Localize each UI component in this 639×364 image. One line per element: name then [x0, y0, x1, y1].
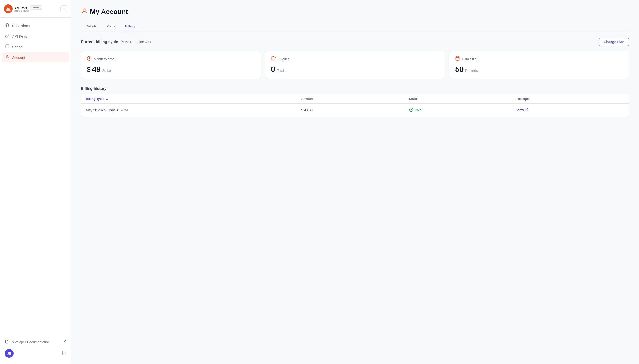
logo-text: vantage [15, 6, 27, 10]
col-header-status: Status [409, 97, 517, 100]
svg-point-8 [7, 56, 8, 57]
logo-area: vantage Starter DISCOVERY [4, 4, 43, 13]
billing-cycle-dates: (May 30. - June 30.) [120, 40, 151, 44]
sidebar-item-account[interactable]: Account [2, 52, 69, 62]
change-plan-button[interactable]: Change Plan [599, 38, 629, 46]
sidebar-item-api-keys-label: API Keys [12, 34, 27, 38]
month-to-date-prefix: $ [87, 66, 91, 74]
view-receipt-link[interactable]: View [517, 108, 624, 112]
chart-icon [5, 44, 10, 50]
data-size-icon [455, 56, 460, 62]
sidebar-item-usage[interactable]: Usage [2, 42, 69, 52]
billing-history-title: Billing history [81, 86, 629, 91]
starter-badge: Starter [30, 5, 43, 10]
sidebar-item-collections[interactable]: Collections [2, 20, 69, 30]
stat-card-month-to-date: Month to date $ 49 So far [81, 51, 261, 79]
developer-docs-link[interactable]: Developer Documentation [2, 337, 69, 347]
sidebar-nav: Collections API Keys Usage Account [0, 18, 71, 334]
doc-icon [5, 340, 9, 344]
sidebar: vantage Starter DISCOVERY ‹‹ Collections… [0, 0, 71, 364]
sidebar-footer: Developer Documentation JE [0, 334, 71, 364]
data-size-value: 50 [455, 65, 464, 74]
page-title: My Account [90, 8, 128, 16]
developer-docs-label: Developer Documentation [11, 340, 50, 344]
queries-suffix: Total [277, 69, 284, 72]
sidebar-item-api-keys[interactable]: API Keys [2, 31, 69, 41]
tab-billing[interactable]: Billing [120, 22, 139, 31]
sidebar-header: vantage Starter DISCOVERY ‹‹ [0, 0, 71, 18]
billing-cycle-row: Current billing cycle (May 30. - June 30… [81, 38, 629, 46]
row-status: Paid [409, 108, 517, 113]
logout-button[interactable] [62, 351, 66, 356]
tab-plans[interactable]: Plans [102, 22, 120, 31]
external-link-icon [525, 108, 528, 112]
sidebar-item-collections-label: Collections [12, 24, 30, 28]
billing-history-table: Billing cycle ▲ Amount Status Receipts M… [81, 94, 629, 117]
external-link-icon [63, 340, 66, 344]
svg-line-9 [64, 340, 66, 342]
avatar: JE [5, 349, 14, 358]
queries-value: 0 [271, 65, 275, 74]
key-icon [5, 34, 10, 39]
table-row: May 30 2024 - May 30 2024 $ 49.00 Paid V… [81, 104, 629, 117]
stat-card-data-size: Data Size 50 Records [449, 51, 629, 79]
collapse-sidebar-button[interactable]: ‹‹ [60, 5, 67, 12]
month-to-date-label: Month to date [94, 57, 114, 61]
row-receipt[interactable]: View [517, 108, 624, 112]
layers-icon [5, 23, 10, 28]
month-to-date-suffix: So far [102, 69, 111, 72]
col-header-amount: Amount [301, 97, 409, 100]
vantage-logo-icon [4, 4, 13, 13]
svg-point-13 [456, 56, 459, 58]
col-header-receipts: Receipts [517, 97, 624, 100]
sidebar-item-account-label: Account [12, 56, 25, 60]
col-header-billing-cycle[interactable]: Billing cycle ▲ [86, 97, 301, 100]
stats-row: Month to date $ 49 So far Queries 0 Tota… [81, 51, 629, 79]
page-header: My Account [81, 8, 629, 16]
svg-line-15 [526, 109, 527, 110]
tab-details[interactable]: Details [81, 22, 102, 31]
main-content: My Account Details Plans Billing Current… [71, 0, 639, 364]
data-size-label: Data Size [462, 57, 477, 61]
row-status-label: Paid [415, 108, 422, 112]
svg-point-11 [83, 9, 85, 11]
billing-cycle-label: Current billing cycle (May 30. - June 30… [81, 40, 151, 44]
account-page-icon [81, 8, 88, 16]
sort-icon: ▲ [106, 98, 108, 100]
person-icon [5, 55, 10, 60]
month-to-date-icon [87, 56, 92, 62]
paid-check-icon [409, 108, 413, 113]
logo-subtext: DISCOVERY [15, 10, 43, 12]
svg-point-4 [6, 36, 8, 37]
row-amount: $ 49.00 [301, 108, 409, 112]
tabs: Details Plans Billing [81, 22, 629, 31]
queries-label: Queries [278, 57, 289, 61]
data-size-suffix: Records [465, 69, 478, 72]
queries-icon [271, 56, 276, 62]
table-header: Billing cycle ▲ Amount Status Receipts [81, 94, 629, 104]
row-billing-cycle: May 30 2024 - May 30 2024 [86, 108, 301, 112]
month-to-date-value: 49 [92, 65, 101, 74]
sidebar-item-usage-label: Usage [12, 45, 23, 49]
user-row: JE [2, 347, 69, 360]
svg-rect-5 [6, 44, 9, 48]
stat-card-queries: Queries 0 Total [265, 51, 445, 79]
svg-point-2 [8, 7, 9, 8]
svg-marker-3 [6, 24, 9, 25]
